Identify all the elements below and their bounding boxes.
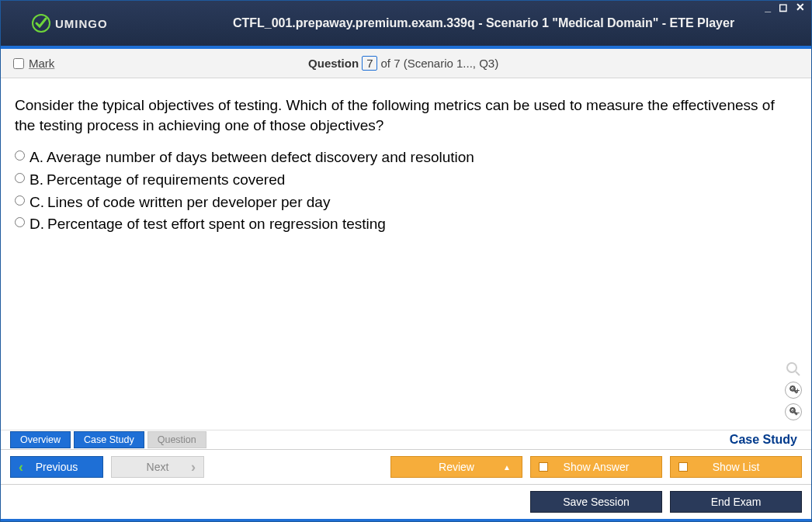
options-list: A.Average number of days between defect … [15,147,797,234]
option-letter: D. [29,214,44,234]
question-text: Consider the typical objectives of testi… [15,95,797,135]
next-label: Next [147,461,169,473]
option-a-radio[interactable] [15,150,25,161]
option-d[interactable]: D.Percentage of test effort spent on reg… [15,214,797,234]
close-button[interactable]: ✕ [794,1,807,13]
review-button[interactable]: Review ▲ [390,456,522,478]
window-controls: _ ◻ ✕ [763,1,807,13]
svg-line-2 [796,372,800,375]
mark-checkbox[interactable] [13,58,24,69]
previous-button[interactable]: ‹ Previous [10,456,103,478]
zoom-tools: 🔍︎+ 🔍︎− [785,361,802,420]
show-list-label: Show List [713,461,760,473]
option-text: Percentage of requirements covered [47,170,285,190]
option-c[interactable]: C.Lines of code written per developer pe… [15,192,797,213]
tab-case-study[interactable]: Case Study [74,431,144,448]
show-answer-label: Show Answer [564,461,630,473]
end-exam-button[interactable]: End Exam [670,491,802,513]
svg-point-1 [787,363,796,372]
mark-label: Mark [29,57,54,70]
option-c-radio[interactable] [15,195,25,206]
next-button[interactable]: Next › [111,456,204,478]
zoom-in-button[interactable]: 🔍︎+ [785,382,802,399]
save-session-button[interactable]: Save Session [530,491,662,513]
mark-checkbox-wrap[interactable]: Mark [13,57,54,70]
case-study-link[interactable]: Case Study [730,433,802,447]
nav-row: ‹ Previous Next › Review ▲ Show Answer S… [1,450,811,485]
option-b-radio[interactable] [15,173,25,183]
question-content: Consider the typical objectives of testi… [1,78,811,430]
logo: UMINGO [1,14,156,33]
show-answer-checkbox-icon [539,462,548,472]
tab-question[interactable]: Question [147,431,206,448]
option-d-radio[interactable] [15,217,25,227]
option-letter: A. [29,147,43,168]
show-list-button[interactable]: Show List [670,456,802,478]
minimize-button[interactable]: _ [763,1,772,13]
question-number[interactable]: 7 [362,56,377,71]
question-counter: Question 7 of 7 (Scenario 1..., Q3) [54,56,752,71]
window-title: CTFL_001.prepaway.premium.exam.339q - Sc… [156,16,811,30]
option-a[interactable]: A.Average number of days between defect … [15,147,797,168]
option-text: Percentage of test effort spent on regre… [47,214,386,234]
chevron-left-icon: ‹ [19,459,23,475]
chevron-right-icon: › [191,459,196,475]
zoom-out-button[interactable]: 🔍︎− [785,403,802,420]
option-text: Average number of days between defect di… [47,147,474,168]
tab-bar: Overview Case Study Question Case Study [1,430,811,450]
triangle-up-icon: ▲ [503,463,511,472]
option-letter: C. [29,192,44,213]
logo-text: UMINGO [55,17,108,30]
tab-overview[interactable]: Overview [10,431,71,448]
bottom-row: Save Session End Exam [1,485,811,521]
review-label: Review [439,461,474,473]
question-label: Question [308,57,359,70]
titlebar: UMINGO CTFL_001.prepaway.premium.exam.33… [1,1,811,49]
option-letter: B. [29,170,43,190]
option-b[interactable]: B.Percentage of requirements covered [15,170,797,190]
question-header: Mark Question 7 of 7 (Scenario 1..., Q3) [1,49,811,78]
show-answer-button[interactable]: Show Answer [530,456,662,478]
logo-checkmark-icon [32,14,50,33]
zoom-reset-icon[interactable] [786,361,801,377]
show-list-checkbox-icon [678,462,688,472]
question-total: of 7 (Scenario 1..., Q3) [380,57,498,70]
maximize-button[interactable]: ◻ [777,1,789,13]
previous-label: Previous [36,461,78,473]
option-text: Lines of code written per developer per … [47,192,330,213]
